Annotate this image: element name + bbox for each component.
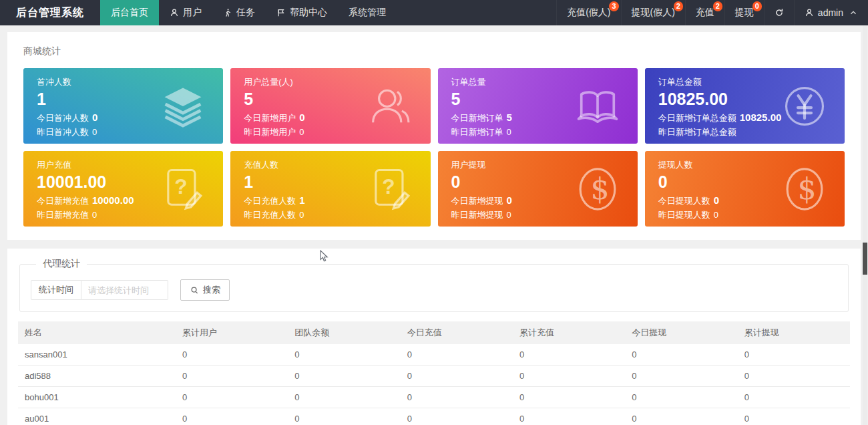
nav-item-tasks[interactable]: 任务: [212, 0, 266, 25]
table-header-cell: 累计充值: [513, 321, 625, 344]
stat-card-first-charge-users: 首冲人数1今日首冲人数0昨日首冲人数0: [23, 68, 223, 144]
chevron-up-icon: [849, 8, 858, 17]
scrollbar-thumb[interactable]: [863, 243, 867, 275]
agent-stats-table: 姓名累计用户团队余额今日充值累计充值今日提现累计提现 sansan0010000…: [18, 321, 850, 425]
notification-badge: 0: [752, 1, 762, 11]
svg-text:$: $: [590, 171, 609, 205]
table-header-cell: 姓名: [18, 321, 176, 344]
main-nav: 后台首页用户任务帮助中心系统管理: [100, 0, 397, 25]
search-button[interactable]: 搜索: [180, 279, 230, 301]
stat-card-order-amount: 订单总金额10825.00今日新增订单总金额10825.00昨日新增订单总金额: [645, 68, 845, 144]
stat-card-user-withdraw: 用户提现0今日新增提现0昨日新增提现0$: [438, 151, 638, 227]
mall-stats-title: 商城统计: [15, 40, 853, 68]
agent-value-cell: 0: [625, 408, 737, 425]
notification-badge: 3: [609, 1, 618, 11]
table-row: sansan001000000: [18, 344, 850, 366]
agent-value-cell: 0: [738, 387, 850, 408]
agent-value-cell: 0: [288, 387, 400, 408]
nav-notice-withdraw-fake[interactable]: 提现(假人)2: [621, 0, 685, 25]
nav-notice-label: 提现: [735, 7, 754, 19]
app-title: 后台管理系统: [0, 0, 100, 25]
nav-item-label: 任务: [236, 7, 255, 19]
agent-value-cell: 0: [738, 408, 850, 425]
table-row: adi588000000: [18, 366, 850, 387]
svg-text:?: ?: [382, 174, 395, 198]
stat-card-yesterday-label: 昨日新增订单总金额: [658, 127, 736, 137]
nav-item-label: 帮助中心: [290, 7, 327, 19]
stat-card-yesterday-value: 0: [714, 210, 718, 220]
nav-notice-recharge[interactable]: 充值2: [685, 0, 724, 25]
stat-time-input[interactable]: [81, 280, 168, 300]
user-icon: [805, 8, 814, 17]
stat-card-today-value: 0: [507, 194, 512, 206]
agent-name-cell: sansan001: [18, 344, 176, 366]
dollar-icon: $: [572, 164, 623, 215]
table-header-cell: 团队余额: [288, 321, 400, 344]
agent-value-cell: 0: [738, 366, 850, 387]
user-icon: [170, 8, 179, 17]
stat-card-yesterday-value: 0: [92, 127, 97, 137]
stat-card-today-value: 5: [507, 112, 512, 123]
user-menu[interactable]: admin: [794, 0, 868, 25]
book-icon: [572, 81, 623, 132]
agent-value-cell: 0: [625, 344, 737, 366]
search-button-label: 搜索: [203, 284, 220, 296]
agent-value-cell: 0: [513, 344, 625, 366]
agent-value-cell: 0: [288, 366, 400, 387]
users-icon: [365, 81, 416, 132]
flag-icon: [276, 8, 286, 17]
agent-value-cell: 0: [176, 408, 288, 425]
table-header-cell: 今日充值: [401, 321, 513, 344]
agent-value-cell: 0: [176, 344, 288, 366]
doc-edit-icon: ?: [365, 164, 416, 215]
scrollbar-track[interactable]: [863, 25, 867, 425]
agent-value-cell: 0: [625, 366, 737, 387]
table-header-cell: 累计用户: [176, 321, 288, 344]
notification-badge: 2: [713, 1, 722, 11]
nav-item-help[interactable]: 帮助中心: [266, 0, 338, 25]
stat-card-yesterday-value: 0: [299, 127, 304, 137]
yen-icon: [779, 81, 830, 132]
nav-item-label: 系统管理: [349, 7, 386, 19]
navbar-right: 充值(假人)3提现(假人)2充值2提现0admin: [556, 0, 868, 25]
nav-notice-withdraw[interactable]: 提现0: [724, 0, 764, 25]
dollar-icon: $: [779, 164, 830, 215]
filter-row: 统计时间 搜索: [31, 279, 837, 301]
stat-card-user-recharge: 用户充值10001.00今日新增充值10000.00昨日新增充值0?: [23, 151, 223, 227]
layers-icon: [158, 81, 208, 132]
agent-value-cell: 0: [401, 387, 513, 408]
nav-item-home[interactable]: 后台首页: [100, 0, 159, 25]
table-header-cell: 今日提现: [625, 321, 737, 344]
stat-card-today-label: 今日新增用户: [244, 113, 296, 123]
stat-card-yesterday-value: 0: [507, 127, 511, 137]
nav-item-label: 后台首页: [111, 7, 148, 19]
agent-value-cell: 0: [625, 387, 737, 408]
agent-value-cell: 0: [513, 387, 625, 408]
stat-card-today-value: 10000.00: [92, 194, 134, 206]
notification-badge: 2: [674, 1, 683, 11]
stat-card-yesterday-label: 昨日充值人数: [244, 210, 296, 220]
agent-value-cell: 0: [401, 408, 513, 425]
stat-card-total-users: 用户总量(人)5今日新增用户0昨日新增用户0: [230, 68, 430, 144]
nav-item-system[interactable]: 系统管理: [338, 0, 397, 25]
stat-card-yesterday-label: 昨日首冲人数: [37, 127, 89, 137]
stat-card-today-label: 今日新增订单: [451, 113, 503, 123]
stat-card-today-label: 今日新增订单总金额: [658, 113, 736, 123]
refresh-button[interactable]: [764, 0, 794, 25]
stat-card-today-value: 1: [299, 194, 304, 206]
agent-value-cell: 0: [513, 366, 625, 387]
agent-name-cell: bohu001: [18, 387, 176, 408]
stat-time-label: 统计时间: [31, 280, 81, 300]
mall-stats-panel: 商城统计 首冲人数1今日首冲人数0昨日首冲人数0用户总量(人)5今日新增用户0昨…: [7, 32, 861, 240]
nav-item-users[interactable]: 用户: [159, 0, 212, 25]
refresh-icon: [775, 8, 784, 17]
agent-value-cell: 0: [288, 344, 400, 366]
stat-card-yesterday-value: 0: [92, 210, 97, 220]
nav-notice-recharge-fake[interactable]: 充值(假人)3: [556, 0, 620, 25]
stat-card-today-label: 今日新增提现: [451, 196, 503, 206]
walker-icon: [223, 8, 232, 17]
agent-value-cell: 0: [513, 408, 625, 425]
agent-stats-fieldset: 代理统计 统计时间 搜索: [19, 258, 849, 312]
stat-card-yesterday-label: 昨日新增用户: [244, 127, 296, 137]
stat-card-today-label: 今日新增充值: [37, 196, 89, 206]
